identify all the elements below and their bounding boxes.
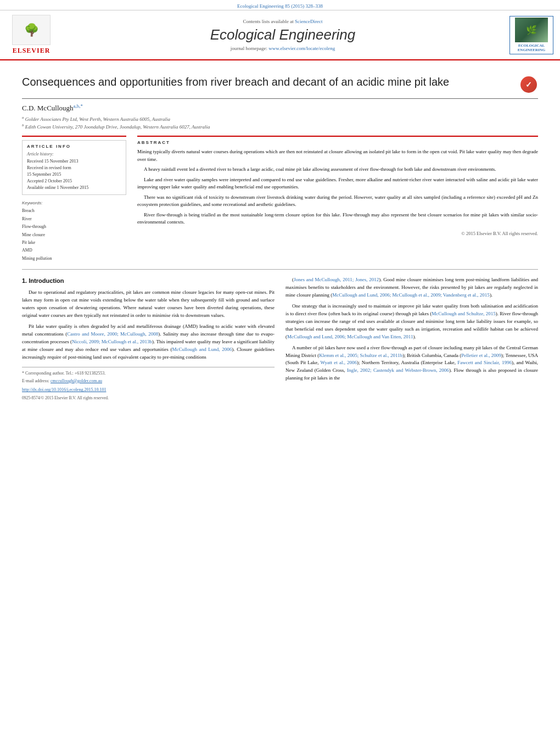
email-link[interactable]: cmccullough@golder.com.au <box>51 378 102 383</box>
elsevier-tree-icon: 🌳 <box>12 15 51 45</box>
revised-label-line: Received in revised form <box>27 165 121 171</box>
info-abstract-section: ARTICLE INFO Article history: Received 1… <box>22 136 538 263</box>
cite-niccoli: Niccoli, 2009; McCullough et al., 2013b <box>72 339 152 344</box>
contents-line: Contents lists available at ScienceDirec… <box>65 19 501 24</box>
received-line: Received 15 November 2013 <box>27 158 121 165</box>
and-text: and <box>516 360 523 365</box>
body-col-left: 1. Introduction Due to operational and r… <box>22 276 275 401</box>
journal-center: Contents lists available at ScienceDirec… <box>65 19 501 51</box>
abstract-para-2: A heavy rainfall event led a diverted ri… <box>137 166 538 174</box>
keyword-flowthrough: Flow-through <box>22 223 126 231</box>
article-title-section: Consequences and opportunities from rive… <box>22 66 538 99</box>
intro-para-3: (Jones and McCullough, 2011; Jones, 2012… <box>285 276 538 299</box>
cite-jones: Jones and McCullough, 2011; Jones, 2012 <box>294 277 379 282</box>
footnote-area: * Corresponding author. Tel.: +618 92138… <box>22 367 275 401</box>
intro-para-2: Pit lake water quality is often degraded… <box>22 323 275 361</box>
journal-citation: Ecological Engineering 85 (2015) 328–338 <box>237 3 323 9</box>
abstract-text: Mining typically diverts natural water c… <box>137 148 538 226</box>
intro-para-5: A number of pit lakes have now used a ri… <box>285 344 538 383</box>
online-line: Available online 1 November 2015 <box>27 185 121 191</box>
accepted-line: Accepted 2 October 2015 <box>27 178 121 185</box>
intro-section: 1. Introduction Due to operational and r… <box>22 276 538 401</box>
abstract-para-4: There was no significant risk of toxicit… <box>137 194 538 209</box>
copyright-line: © 2015 Elsevier B.V. All rights reserved… <box>137 231 538 236</box>
abstract-para-3: Lake and river water quality samples wer… <box>137 176 538 191</box>
cite-ingle: Ingle, 2002; Castendyk and Webster-Brown… <box>347 367 449 373</box>
cite-klemm: Klemm et al., 2005; Schultze et al., 201… <box>319 353 402 358</box>
doi-link[interactable]: http://dx.doi.org/10.1016/j.ecoleng.2015… <box>22 387 106 392</box>
elsevier-logo: 🌳 ELSEVIER <box>7 15 56 55</box>
crossmark-badge: ✓ <box>519 75 538 94</box>
keyword-pitlake: Pit lake <box>22 239 126 247</box>
abstract-para-5: River flow-through is being trialled as … <box>137 211 538 226</box>
affil-text-b: Edith Cowan University, 270 Joondalup Dr… <box>25 124 210 130</box>
page: Ecological Engineering 85 (2015) 328–338… <box>0 0 560 742</box>
author-name: C.D. McCullough <box>22 104 74 112</box>
keyword-river: River <box>22 215 126 223</box>
article-info-box: ARTICLE INFO Article history: Received 1… <box>22 140 126 195</box>
cite-schultze: McCullough and Schultze, 2015 <box>432 311 496 316</box>
cite-pelletier: Pelletier et al., 2009 <box>461 353 501 358</box>
abstract-title: ABSTRACT <box>137 140 538 145</box>
email-line: E-mail address: cmccullough@golder.com.a… <box>22 378 275 384</box>
intro-para-1: Due to operational and regulatory practi… <box>22 289 275 320</box>
journal-top-bar: Ecological Engineering 85 (2015) 328–338 <box>0 0 560 10</box>
abstract-para-1: Mining typically diverts natural water c… <box>137 148 538 163</box>
issn-line: 0925-8574/© 2015 Elsevier B.V. All right… <box>22 395 275 401</box>
keywords-title: Keywords: <box>22 200 126 205</box>
affiliation-a: a Golder Associates Pty Ltd, West Perth,… <box>22 115 538 122</box>
affiliation-b: b Edith Cowan University, 270 Joondalup … <box>22 122 538 130</box>
journal-header: 🌳 ELSEVIER Contents lists available at S… <box>0 10 560 60</box>
keyword-mineclosure: Mine closure <box>22 231 126 239</box>
body-col-right: (Jones and McCullough, 2011; Jones, 2012… <box>285 276 538 401</box>
keyword-amd: AMD <box>22 247 126 254</box>
journal-logo-right: 🌿 ECOLOGICAL ENGINEERING <box>509 16 553 54</box>
cite-fawcett: Fawcett and Sinclair, 1996 <box>457 360 512 365</box>
article-title: Consequences and opportunities from rive… <box>22 75 512 89</box>
keyword-breach: Breach <box>22 207 126 215</box>
author-line: C.D. McCullougha,b,* <box>22 99 538 115</box>
intro-para-4: One strategy that is increasingly used t… <box>285 303 538 341</box>
cite-wyatt: Wyatt et al., 2006 <box>321 360 357 365</box>
article-body: Consequences and opportunities from rive… <box>0 60 560 406</box>
affil-sup-a: a <box>22 115 24 120</box>
sciencedirect-link[interactable]: ScienceDirect <box>295 19 322 24</box>
journal-logo-text-1: ECOLOGICAL <box>518 43 545 48</box>
homepage-link[interactable]: www.elsevier.com/locate/ecoleng <box>268 46 335 51</box>
keyword-miningpollution: Mining pollution <box>22 255 126 263</box>
elsevier-wordmark: ELSEVIER <box>13 47 51 55</box>
article-info-col: ARTICLE INFO Article history: Received 1… <box>22 136 126 263</box>
article-history-label: Article history: <box>27 152 121 157</box>
homepage-line: journal homepage: www.elsevier.com/locat… <box>65 46 501 51</box>
journal-title: Ecological Engineering <box>65 26 501 43</box>
section-divider <box>22 269 538 270</box>
author-superscript: a,b,* <box>74 103 83 109</box>
abstract-col: ABSTRACT Mining typically diverts natura… <box>137 136 538 263</box>
affil-text-a: Golder Associates Pty Ltd, West Perth, W… <box>25 116 170 122</box>
journal-logo-text-2: ENGINEERING <box>518 48 546 52</box>
journal-logo-image: 🌿 <box>515 18 548 42</box>
affil-sup-b: b <box>22 123 24 127</box>
cite-planning: McCullough and Lund, 2006; McCullough et… <box>332 292 490 298</box>
crossmark-icon: ✓ <box>520 76 537 93</box>
intro-heading: 1. Introduction <box>22 276 275 286</box>
revised-date-line: 15 September 2015 <box>27 171 121 178</box>
cite-mccullough-lund2: McCullough and Lund, 2006; McCullough an… <box>287 334 413 339</box>
cite-castro: Castro and Moore, 2000; McCullough, 2008 <box>67 331 158 337</box>
cite-mccullough-lund: McCullough and Lund, 2006 <box>172 347 232 352</box>
doi-line: http://dx.doi.org/10.1016/j.ecoleng.2015… <box>22 387 275 393</box>
article-info-title: ARTICLE INFO <box>27 144 121 149</box>
keywords-box: Keywords: Breach River Flow-through Mine… <box>22 200 126 263</box>
corresponding-author-line: * Corresponding author. Tel.: +618 92138… <box>22 370 275 377</box>
